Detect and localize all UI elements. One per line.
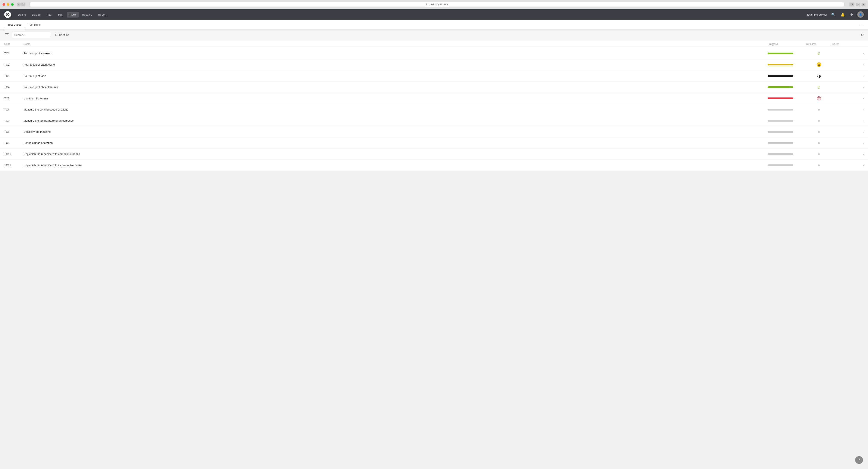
name-cell: Use the milk foamer [24,97,768,100]
table-row: TC9 Periodic rinse operation ● › [0,138,868,149]
outcome-fail-icon: ☹ [806,96,832,101]
row-expand-button[interactable]: › [853,130,864,134]
code-cell: TC1 [4,52,24,55]
tabs-bar: Test CasesTest Runs ··· [0,20,868,29]
table-row: TC2 Pour a cup of cappuccino 😐 › [0,59,868,70]
search-button[interactable]: 🔍 [830,12,836,18]
logo[interactable] [4,11,11,18]
table-row: TC4 Pour a cup of chocolate milk ☺ › [0,82,868,93]
progress-bar [768,75,793,77]
progress-bar [768,97,793,99]
table-row: TC8 Decalcify the machine ● › [0,126,868,138]
table-container: CodeNameProgressOutcomeIssues TC1 Pour a… [0,40,868,171]
outcome-none-icon: ● [806,152,832,156]
col-header-code: Code [4,42,24,46]
row-expand-button[interactable]: › [853,108,864,111]
outcome-pass-icon: ☺ [806,85,832,90]
reload-button[interactable]: ↻ [849,3,854,6]
tab-test-cases[interactable]: Test Cases [4,21,25,29]
row-expand-button[interactable]: › [853,97,864,100]
col-header-name: Name [24,42,768,46]
forward-button[interactable]: › [21,3,25,6]
progress-bar [768,64,793,65]
progress-cell [768,97,806,99]
outcome-cell: ● [806,163,832,168]
nav-link-define[interactable]: Define [16,12,29,18]
code-cell: TC7 [4,119,24,122]
progress-cell [768,120,806,122]
progress-bar [768,109,793,111]
table-row: TC3 Pour a cup of latte ◑ › [0,70,868,82]
name-cell: Measure the temperature of an espresso [24,119,768,122]
table-row: TC1 Pour a cup of espresso ☺ › [0,48,868,59]
notifications-button[interactable]: 🔔 [840,12,846,18]
svg-point-0 [7,14,8,15]
progress-bar-container [768,86,793,88]
outcome-none-icon: ● [806,118,832,123]
name-cell: Pour a cup of espresso [24,52,768,55]
progress-bar [768,142,793,144]
filter-button[interactable] [4,32,9,38]
table-body: TC1 Pour a cup of espresso ☺ › TC2 Pour … [0,48,868,171]
outcome-none-icon: ● [806,163,832,168]
outcome-cell: ◑ [806,73,832,79]
row-expand-button[interactable]: › [853,86,864,89]
nav-link-design[interactable]: Design [29,12,43,18]
row-expand-button[interactable]: › [853,74,864,78]
progress-cell [768,131,806,133]
row-expand-button[interactable]: › [853,119,864,122]
outcome-cell: ☺ [806,51,832,56]
toolbar: 1 - 12 of 12 ⚙ [0,29,868,40]
progress-cell [768,64,806,65]
nav-link-plan[interactable]: Plan [44,12,55,18]
progress-bar-container [768,75,793,77]
table-row: TC6 Measure the serving speed of a latte… [0,104,868,115]
progress-bar-container [768,53,793,54]
row-expand-button[interactable]: › [853,141,864,145]
col-header-progress: Progress [768,42,806,46]
name-cell: Measure the serving speed of a latte [24,108,768,111]
name-cell: Pour a cup of cappuccino [24,63,768,66]
outcome-cell: ● [806,129,832,134]
nav-link-run[interactable]: Run [56,12,66,18]
code-cell: TC8 [4,130,24,134]
avatar[interactable]: 👤 [857,11,864,18]
tab-test-runs[interactable]: Test Runs [25,21,44,29]
col-header-issues: Issues [832,42,853,46]
row-expand-button[interactable]: › [853,63,864,66]
nav-link-track[interactable]: Track [67,12,79,18]
outcome-cell: ● [806,141,832,145]
maximize-button[interactable] [11,3,14,6]
search-input[interactable] [12,32,51,38]
progress-bar-container [768,120,793,122]
progress-bar-container [768,142,793,144]
more-options-button[interactable]: ··· [859,23,864,27]
close-button[interactable] [3,3,5,6]
new-tab-button[interactable]: + [862,3,865,6]
minimize-button[interactable] [7,3,9,6]
table-row: TC5 Use the milk foamer ☹ › [0,93,868,104]
progress-cell [768,165,806,166]
back-button[interactable]: ‹ [17,3,21,6]
progress-bar-container [768,109,793,111]
row-expand-button[interactable]: › [853,52,864,55]
outcome-cell: ☹ [806,96,832,101]
outcome-cell: ☺ [806,85,832,90]
table-settings-button[interactable]: ⚙ [861,33,864,37]
progress-cell [768,109,806,111]
share-button[interactable]: ⬆ [856,3,860,6]
settings-button[interactable]: ⚙ [849,12,854,18]
main-content: 1 - 12 of 12 ⚙ CodeNameProgressOutcomeIs… [0,29,868,469]
progress-cell [768,86,806,88]
progress-bar [768,53,793,54]
row-expand-button[interactable]: › [853,164,864,167]
code-cell: TC9 [4,141,24,145]
nav-link-resolve[interactable]: Resolve [80,12,95,18]
address-bar[interactable]: tm.testmonitor.com [30,2,844,7]
progress-bar-container [768,64,793,65]
name-cell: Decalcify the machine [24,130,768,134]
row-expand-button[interactable]: › [853,152,864,156]
name-cell: Replenish the machine with incompatible … [24,164,768,167]
help-button[interactable]: ? [855,456,863,464]
nav-link-report[interactable]: Report [95,12,109,18]
